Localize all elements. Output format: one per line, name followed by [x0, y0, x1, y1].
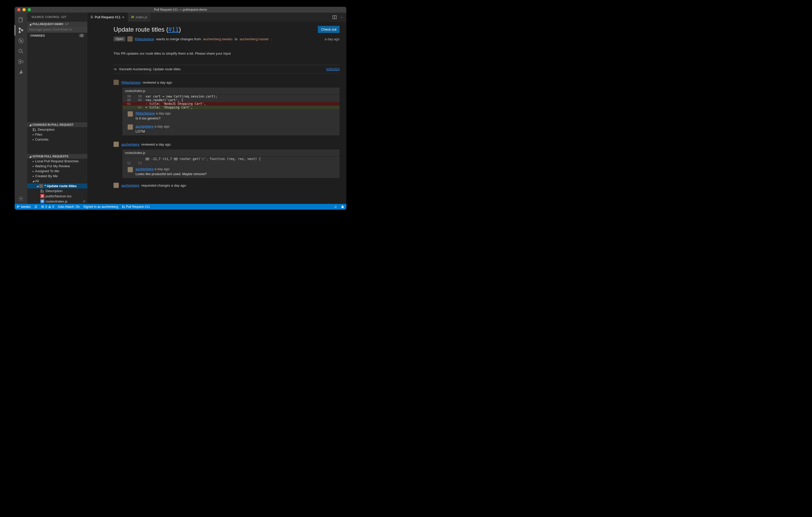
- status-autoattach[interactable]: Auto Attach: On: [58, 205, 80, 209]
- pr-changes-section-header[interactable]: ◢ CHANGES IN PULL REQUEST: [27, 122, 87, 127]
- commit-icon: [114, 67, 117, 71]
- js-file-icon: JS: [131, 16, 134, 19]
- status-branch[interactable]: tweaks: [17, 205, 31, 209]
- svg-point-28: [50, 207, 50, 208]
- commit-sha-link[interactable]: b282d10: [326, 67, 340, 71]
- diff-file-header[interactable]: routes/index.js: [122, 88, 340, 95]
- scm-icon[interactable]: [14, 25, 27, 35]
- ghpr-assigned[interactable]: ▸Assigned To Me: [27, 169, 87, 174]
- commit-message-input[interactable]: [27, 26, 87, 33]
- pr-number-link[interactable]: #11: [168, 26, 179, 33]
- svg-rect-1: [19, 18, 22, 22]
- avatar-icon: [39, 184, 43, 188]
- branch-icon: [17, 205, 20, 208]
- pr-title: Update route titles (#11): [114, 26, 181, 33]
- ghpr-local-branches[interactable]: ▸Local Pull Request Branches: [27, 159, 87, 163]
- svg-point-30: [122, 207, 123, 208]
- split-editor-icon[interactable]: [332, 15, 337, 19]
- author-link[interactable]: RMacfarlane: [135, 37, 154, 41]
- status-bar: tweaks 0 0 Auto Attach: On Signed in as …: [14, 204, 346, 210]
- traffic-lights: [14, 8, 31, 11]
- reviewer-avatar: [114, 183, 119, 188]
- list-icon: ☰: [90, 16, 93, 19]
- branch-from: auchenberg:tweaks: [203, 37, 233, 41]
- review-comment: auchenberga day ago Looks like productId…: [122, 165, 340, 178]
- close-window-button[interactable]: [17, 8, 21, 11]
- status-feedback-icon[interactable]: ☺: [334, 205, 337, 209]
- search-icon[interactable]: [14, 46, 27, 57]
- status-signedin[interactable]: Signed in as auchenberg: [83, 205, 118, 209]
- ghpr-pr-selected[interactable]: ◢ * Update route titles: [27, 183, 87, 188]
- pr-icon: [122, 205, 125, 208]
- changes-count: 0: [79, 34, 84, 37]
- chevron-right-icon: ▸: [32, 160, 34, 162]
- status-pr[interactable]: Pull Request #11: [122, 205, 150, 209]
- debug-icon[interactable]: [14, 35, 27, 46]
- svg-point-25: [19, 206, 20, 207]
- azure-icon[interactable]: [14, 67, 27, 78]
- svg-point-6: [20, 40, 22, 41]
- svg-rect-10: [21, 61, 23, 62]
- reviewer-avatar: [114, 142, 119, 147]
- pr-changes-description[interactable]: Description: [27, 127, 87, 132]
- explorer-icon[interactable]: [14, 14, 27, 25]
- close-tab-icon[interactable]: ×: [122, 15, 124, 19]
- settings-gear-icon[interactable]: [14, 193, 27, 204]
- tab-pull-request[interactable]: ☰ Pull Request #11 ×: [87, 12, 128, 22]
- diff-hunk-header: @@ -11,7 +11,7 @@ router.get('/', functi…: [122, 157, 340, 161]
- minimize-window-button[interactable]: [23, 8, 26, 11]
- svg-point-31: [124, 207, 124, 208]
- ghpr-all[interactable]: ◢All: [27, 179, 87, 183]
- pr-changes-commits[interactable]: ▸ Commits: [27, 137, 87, 142]
- svg-point-15: [41, 189, 42, 190]
- commenter-link[interactable]: auchenberg: [136, 124, 153, 128]
- svg-point-20: [115, 68, 116, 70]
- ghpr-waiting-review[interactable]: ▸Waiting For My Review: [27, 163, 87, 169]
- sidebar: SOURCE CONTROL: GIT ◢ PULLREQUEST-DEMO G…: [27, 12, 87, 204]
- commenter-avatar: [128, 167, 133, 172]
- commenter-link[interactable]: auchenberg: [136, 167, 153, 171]
- pr-icon: [40, 189, 44, 193]
- tab-indexjs[interactable]: JS index.js: [128, 12, 150, 22]
- chevron-right-icon: ▸: [32, 138, 34, 141]
- pr-child-indexjs[interactable]: M routes/index.js ⇄: [27, 199, 87, 204]
- sync-icon: [34, 205, 37, 208]
- pr-changes-files[interactable]: ▸ Files: [27, 132, 87, 137]
- changes-header[interactable]: CHANGES 0: [27, 33, 87, 38]
- tab-bar: ☰ Pull Request #11 × JS index.js ···: [87, 12, 346, 22]
- repo-section-header[interactable]: ◢ PULLREQUEST-DEMO GIT: [27, 22, 87, 26]
- pr-description: This PR updates our route titles to simp…: [114, 52, 340, 55]
- pr-changes-label: CHANGES IN PULL REQUEST: [32, 123, 74, 126]
- commenter-link[interactable]: RMacfarlane: [136, 111, 155, 115]
- pr-status-badge: Open: [114, 37, 125, 41]
- reviewer-link[interactable]: auchenberg: [121, 183, 139, 187]
- goto-file-icon[interactable]: ⇄: [83, 200, 85, 203]
- branch-to: auchenberg:master: [240, 37, 269, 41]
- modified-file-icon: M: [40, 199, 45, 203]
- reviewer-link[interactable]: auchenberg: [121, 143, 139, 146]
- ghpr-created[interactable]: ▸Created By Me: [27, 174, 87, 179]
- editor-group: ☰ Pull Request #11 × JS index.js ··· Upd…: [87, 12, 346, 204]
- status-problems[interactable]: 0 0: [41, 205, 54, 209]
- maximize-window-button[interactable]: [28, 8, 31, 11]
- checkout-button[interactable]: Check out: [318, 26, 340, 33]
- svg-point-7: [19, 49, 22, 52]
- commit-row[interactable]: Kenneth Auchenberg: Update route titles …: [114, 65, 340, 73]
- pr-child-favicon[interactable]: D public/favicon.ico: [27, 193, 87, 199]
- more-actions-icon[interactable]: ···: [340, 15, 343, 19]
- ghpr-section-header[interactable]: ◢ GITHUB PULL REQUESTS: [27, 154, 87, 159]
- pr-child-description[interactable]: Description: [27, 188, 87, 193]
- reviewer-link[interactable]: RMacfarlane: [121, 81, 141, 84]
- diff-file-header[interactable]: routes/index.js: [122, 150, 340, 157]
- svg-point-17: [42, 191, 44, 192]
- reviewer-avatar: [114, 80, 119, 85]
- chevron-down-icon: ◢: [36, 185, 39, 187]
- svg-rect-8: [19, 60, 21, 61]
- status-notifications-icon[interactable]: [341, 205, 344, 209]
- extensions-icon[interactable]: [14, 57, 27, 67]
- svg-rect-9: [19, 62, 21, 64]
- review-block: RMacfarlane reviewed a day ago routes/in…: [114, 80, 340, 135]
- svg-point-24: [17, 207, 18, 208]
- deleted-file-icon: D: [40, 194, 45, 198]
- status-sync[interactable]: [34, 205, 37, 208]
